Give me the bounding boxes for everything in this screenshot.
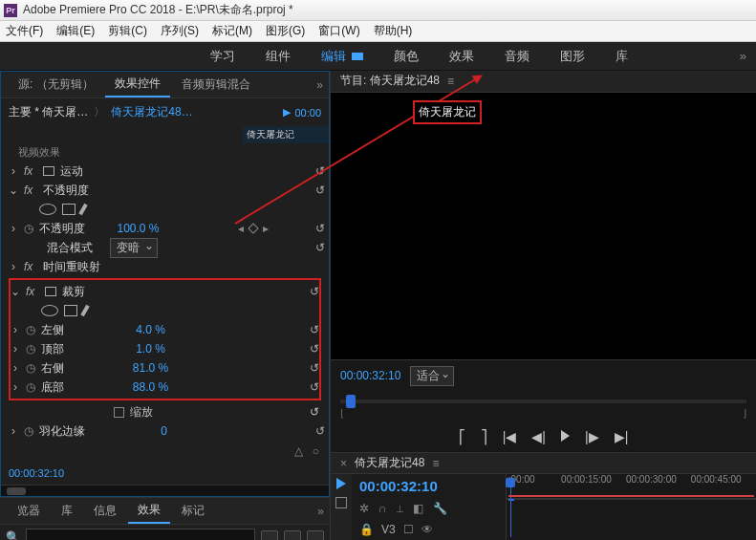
crop-left-value[interactable]: 4.0 % <box>136 323 165 336</box>
workspace-color[interactable]: 颜色 <box>394 48 419 65</box>
caret-icon[interactable]: ⌄ <box>9 184 18 197</box>
tab-library[interactable]: 库 <box>52 499 82 523</box>
step-back-button[interactable]: ◀| <box>531 429 546 444</box>
sequence-title[interactable]: 倚天屠龙记48 <box>355 455 424 471</box>
caret-icon[interactable]: › <box>9 222 18 235</box>
reset-icon[interactable]: ↺ <box>315 184 325 197</box>
playhead-icon[interactable] <box>346 395 356 408</box>
menu-sequence[interactable]: 序列(S) <box>161 23 199 39</box>
ellipse-mask-icon[interactable] <box>39 204 56 215</box>
timeline-tracks-area[interactable]: ;00:00 00:00:15:00 00:00:30:00 00:00:45:… <box>507 474 756 540</box>
menu-clip[interactable]: 剪辑(C) <box>108 23 147 39</box>
pen-mask-icon[interactable] <box>80 305 89 316</box>
reset-icon[interactable]: ↺ <box>310 323 319 336</box>
ellipse-mask-icon[interactable] <box>41 305 58 316</box>
rect-mask-icon[interactable] <box>62 204 76 215</box>
tab-effects-panel[interactable]: 效果 <box>128 498 170 524</box>
crop-right-value[interactable]: 81.0 % <box>133 361 168 375</box>
feather-value[interactable]: 0 <box>161 424 167 438</box>
caret-icon[interactable]: › <box>9 164 18 178</box>
reset-icon[interactable]: ↺ <box>315 222 325 235</box>
in-bracket-icon[interactable]: ⌊ <box>340 407 344 420</box>
pen-mask-icon[interactable] <box>78 204 87 215</box>
ec-clip-link[interactable]: 倚天屠龙记48… <box>111 104 192 120</box>
tab-marks[interactable]: 标记 <box>172 499 214 523</box>
magnet-icon[interactable]: ∩ <box>378 502 387 515</box>
motion-effect-row[interactable]: › fx 运动 ↺ <box>9 162 325 181</box>
menu-edit[interactable]: 编辑(E) <box>56 23 95 39</box>
program-timecode[interactable]: 00:00:32:10 <box>340 369 400 382</box>
reset-icon[interactable]: ↺ <box>315 241 325 254</box>
mark-out-button[interactable]: ⎤ <box>481 429 487 444</box>
reset-icon[interactable]: ↺ <box>310 285 319 298</box>
lock-icon[interactable]: 🔒 <box>359 523 374 536</box>
menu-bar[interactable]: 文件(F) 编辑(E) 剪辑(C) 序列(S) 标记(M) 图形(G) 窗口(W… <box>0 21 756 42</box>
stopwatch-icon[interactable]: ◷ <box>26 361 35 375</box>
circle-icon[interactable]: ○ <box>313 444 319 458</box>
caret-icon[interactable]: › <box>9 424 18 438</box>
stopwatch-icon[interactable]: ◷ <box>24 222 33 235</box>
workspace-audio[interactable]: 音频 <box>505 48 529 65</box>
reset-icon[interactable]: ↺ <box>315 424 325 438</box>
work-area-bar[interactable] <box>508 499 514 501</box>
menu-graphics[interactable]: 图形(G) <box>266 23 305 39</box>
stopwatch-icon[interactable]: ◷ <box>26 342 35 356</box>
opacity-value[interactable]: 100.0 % <box>117 222 159 235</box>
go-in-button[interactable]: |◀ <box>503 429 517 444</box>
menu-help[interactable]: 帮助(H) <box>374 23 413 39</box>
effects-search-input[interactable] <box>26 529 255 540</box>
toggle-output-icon[interactable]: ☐ <box>403 523 414 536</box>
mark-in-button[interactable]: ⎡ <box>459 429 465 444</box>
stopwatch-icon[interactable]: ◷ <box>26 323 35 336</box>
add-key-icon[interactable] <box>248 223 258 233</box>
workspace-effects[interactable]: 效果 <box>449 48 474 65</box>
menu-file[interactable]: 文件(F) <box>6 23 43 39</box>
caret-icon[interactable]: › <box>11 380 20 394</box>
out-bracket-icon[interactable]: ⌋ <box>743 407 746 420</box>
zoom-fit-combo[interactable]: 适合 <box>410 366 454 386</box>
stopwatch-icon[interactable]: ◷ <box>24 424 33 438</box>
ec-play-icon[interactable]: ▶ <box>283 106 291 119</box>
play-button[interactable] <box>561 429 570 444</box>
wrench-icon[interactable]: 🔧 <box>433 502 447 515</box>
close-tab-icon[interactable]: × <box>340 457 347 470</box>
triangle-icon[interactable]: △ <box>294 444 303 458</box>
timeline-playhead[interactable] <box>510 486 511 537</box>
ec-bottom-timecode[interactable]: 00:00:32:10 <box>1 462 329 485</box>
linked-icon[interactable]: ⟂ <box>397 502 403 515</box>
track-header-v3[interactable]: 🔒 V3 ☐ 👁 <box>352 519 506 540</box>
timeline-ruler[interactable]: ;00:00 00:00:15:00 00:00:30:00 00:00:45:… <box>507 474 756 499</box>
step-fwd-button[interactable]: |▶ <box>585 429 599 444</box>
scale-checkbox[interactable] <box>114 407 124 418</box>
track-select-tool-icon[interactable] <box>335 497 347 508</box>
caret-icon[interactable]: › <box>11 361 20 375</box>
workspace-learn[interactable]: 学习 <box>210 48 235 65</box>
caret-icon[interactable]: › <box>11 323 20 336</box>
prev-key-icon[interactable]: ◂ <box>238 222 244 235</box>
workspace-assembly[interactable]: 组件 <box>266 48 291 65</box>
next-key-icon[interactable]: ▸ <box>263 222 269 235</box>
workspace-library[interactable]: 库 <box>616 48 628 65</box>
tab-browser[interactable]: 览器 <box>8 499 50 523</box>
go-out-button[interactable]: ▶| <box>615 429 629 444</box>
workspace-editing[interactable]: 编辑 <box>321 48 363 65</box>
fx-preset-icon-2[interactable] <box>284 530 301 540</box>
menu-window[interactable]: 窗口(W) <box>318 23 359 39</box>
opacity-effect-row[interactable]: ⌄ fx 不透明度 ↺ <box>9 181 325 200</box>
reset-icon[interactable]: ↺ <box>310 342 319 356</box>
reset-icon[interactable]: ↺ <box>310 361 319 375</box>
program-monitor[interactable]: 倚天屠龙记 <box>331 93 756 360</box>
fx-preset-icon-1[interactable] <box>261 530 278 540</box>
tab-source[interactable]: 源: （无剪辑） <box>9 73 103 97</box>
rect-mask-icon[interactable] <box>64 305 77 316</box>
crop-effect-row[interactable]: ⌄ fx 裁剪 ↺ <box>11 282 319 301</box>
snap-icon[interactable]: ✲ <box>359 502 369 515</box>
crop-top-value[interactable]: 1.0 % <box>136 342 165 356</box>
workspace-graphics[interactable]: 图形 <box>560 48 585 65</box>
fx-preset-icon-3[interactable] <box>307 530 324 540</box>
tab-effect-controls[interactable]: 效果控件 <box>105 72 170 97</box>
panel-overflow-icon[interactable]: » <box>317 505 324 518</box>
blend-mode-combo[interactable]: 变暗 <box>110 238 158 258</box>
reset-icon[interactable]: ↺ <box>310 405 319 419</box>
tab-audio-mix[interactable]: 音频剪辑混合 <box>172 73 260 97</box>
